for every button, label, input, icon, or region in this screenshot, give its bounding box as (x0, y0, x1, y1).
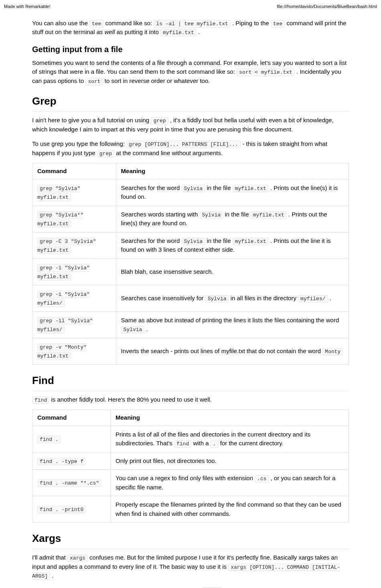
th-meaning: Meaning (111, 410, 349, 426)
cell-meaning: Searches for the word Sylvia in the file… (116, 179, 349, 206)
italic-aswell: as well (97, 28, 115, 35)
cell-command: grep -i "Sylvia" myfile.txt (32, 259, 116, 285)
code-sort-redirect: sort < myfile.txt (237, 69, 295, 76)
inline-code: myfile.txt (251, 211, 287, 219)
cell-command: grep -i "Sylvia" myfiles/ (32, 285, 116, 311)
tee-paragraph: You can also use the tee command like so… (32, 19, 349, 37)
cell-meaning: Searches words starting with Sylvia in t… (116, 206, 349, 232)
cell-meaning: Inverts the search - prints out lines of… (116, 338, 349, 364)
table-row: grep "Sylvia" myfile.txtSearches for the… (32, 179, 349, 206)
xargs-p2: An example will help. This is basically … (32, 586, 349, 588)
code-find: find (32, 396, 49, 404)
table-row: grep -i "Sylvia" myfile.txtBlah blah, ca… (32, 259, 349, 285)
command-code: grep -C 3 "Sylvia" myfile.txt (37, 238, 96, 255)
inline-code: Sylvia (182, 185, 205, 192)
inline-code: .cs (255, 475, 269, 483)
find-p1: find is another fiddly tool. Here's the … (32, 395, 349, 404)
heading-xargs: Xargs (32, 531, 349, 549)
table-row: grep -C 3 "Sylvia" myfile.txtSearches fo… (32, 232, 349, 259)
cell-meaning: Blah blah, case insensitive search. (116, 259, 349, 285)
xargs-p1: I'll admit that xargs confuses me. But f… (32, 553, 349, 580)
heading-find: Find (32, 373, 349, 391)
command-code: grep -i "Sylvia" myfiles/ (37, 291, 90, 307)
inline-code: myfile.txt (233, 238, 269, 245)
cell-meaning: Same as above but instead of printing th… (116, 311, 349, 338)
code-sort: sort (85, 78, 103, 85)
table-row: grep -il "Sylvia" myfiles/Same as above … (32, 311, 349, 338)
cell-command: find . (32, 426, 111, 452)
table-row: grep "Sylvia*" myfile.txtSearches words … (32, 206, 349, 232)
inline-code: Monty (322, 348, 343, 356)
command-code: grep -v "Monty" myfile.txt (37, 344, 87, 360)
header-left: Made with Remarkable! (4, 3, 51, 10)
inline-code: Sylvia (200, 211, 223, 219)
command-code: find . -type f (37, 458, 86, 465)
command-code: find . -name "*.cs" (37, 479, 101, 487)
cell-meaning: Only print out files, not directories to… (111, 452, 349, 470)
cell-meaning: You can use a regex to find only files w… (111, 470, 349, 496)
inline-code: Sylvia (182, 238, 205, 245)
command-code: grep -i "Sylvia" myfile.txt (37, 264, 90, 281)
command-code: grep "Sylvia*" myfile.txt (37, 211, 83, 228)
cell-command: grep "Sylvia" myfile.txt (32, 179, 116, 206)
grep-p2: To use grep you type the following: grep… (32, 139, 349, 158)
cell-command: find . -type f (32, 452, 111, 470)
code-ls-tee: ls -al | tee myfile.txt (154, 20, 230, 28)
page-header: Made with Remarkable! file:///home/david… (4, 3, 377, 12)
table-row: grep -i "Sylvia" myfiles/Searches case i… (32, 285, 349, 311)
cell-command: grep -C 3 "Sylvia" myfile.txt (32, 232, 116, 259)
inline-code: . (211, 440, 219, 448)
table-row: grep -v "Monty" myfile.txtInverts the se… (32, 338, 349, 364)
code-xargs: xargs (67, 554, 88, 562)
grep-table: Command Meaning grep "Sylvia" myfile.txt… (32, 163, 349, 365)
th-meaning: Meaning (116, 164, 349, 180)
command-code: grep -il "Sylvia" myfiles/ (37, 317, 93, 334)
th-command: Command (32, 164, 116, 180)
cell-meaning: Searches for the word Sylvia in the file… (116, 232, 349, 259)
cell-command: find . -name "*.cs" (32, 470, 111, 496)
table-row: find . -type fOnly print out files, not … (32, 452, 349, 470)
cell-command: find . -print0 (32, 496, 111, 523)
inline-code: myfile.txt (233, 185, 269, 192)
inline-code: find (174, 440, 191, 448)
find-table: Command Meaning find .Prints a list of a… (32, 410, 349, 523)
document-content: You can also use the tee command like so… (32, 19, 349, 588)
cell-meaning: Properly escape the filenames printed by… (111, 496, 349, 523)
heading-input-from-file: Getting input from a file (32, 43, 349, 55)
table-row: find .Prints a list of all of the files … (32, 426, 349, 452)
th-command: Command (32, 410, 111, 426)
input-file-paragraph: Sometimes you want to send the contents … (32, 59, 349, 86)
cell-meaning: Searches case insensitively for Sylvia i… (116, 285, 349, 311)
inline-code: myfiles/ (298, 295, 328, 303)
cell-command: grep -v "Monty" myfile.txt (32, 338, 116, 364)
cell-command: grep -il "Sylvia" myfiles/ (32, 311, 116, 338)
code-grep-2: grep (97, 150, 114, 158)
command-code: find . -print0 (37, 506, 86, 513)
command-code: find . (37, 436, 61, 443)
table-row: find . -print0Properly escape the filena… (32, 496, 349, 523)
code-tee-2: tee (271, 20, 285, 28)
code-grep: grep (151, 117, 168, 125)
heading-grep: Grep (32, 93, 349, 112)
table-row: find . -name "*.cs"You can use a regex t… (32, 470, 349, 496)
code-grep-usage: grep [OPTION]... PATTERNS [FILE]... (126, 141, 241, 148)
inline-code: Sylvia (121, 326, 145, 333)
inline-code: Sylvia (205, 295, 229, 303)
code-tee: tee (89, 20, 103, 28)
command-code: grep "Sylvia" myfile.txt (37, 185, 80, 202)
header-right: file:///home/davido/Documents/BlueBean/b… (277, 3, 377, 10)
grep-p1: I ain't here to give you a full tutorial… (32, 116, 349, 134)
cell-meaning: Prints a list of all of the files and di… (111, 426, 349, 452)
cell-command: grep "Sylvia*" myfile.txt (32, 206, 116, 232)
code-myfile: myfile.txt (160, 29, 197, 36)
